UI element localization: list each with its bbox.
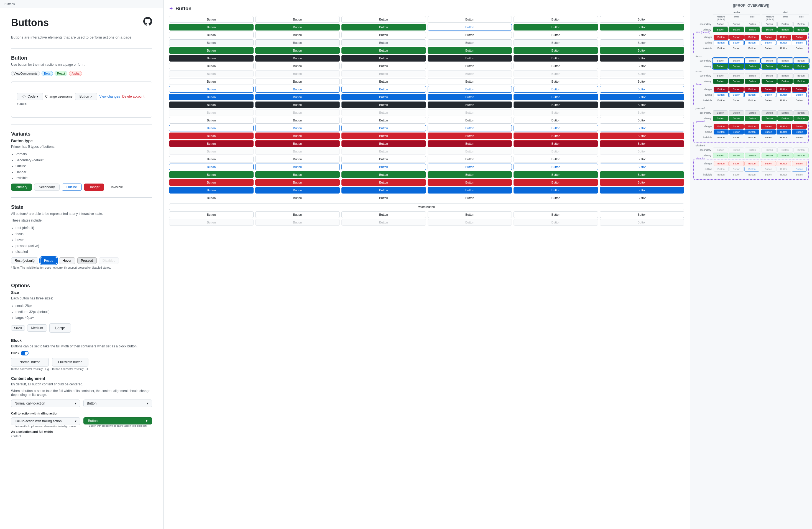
primary-variant-btn[interactable]: Primary bbox=[11, 184, 32, 191]
mini-btn[interactable]: Button bbox=[777, 46, 792, 51]
mini-btn[interactable]: Button bbox=[794, 22, 809, 27]
btn-grid-item[interactable]: Button bbox=[169, 47, 253, 54]
btn-grid-item[interactable]: Button bbox=[255, 148, 340, 155]
mini-btn[interactable]: Button bbox=[714, 124, 729, 129]
mini-btn[interactable]: Button bbox=[777, 98, 792, 103]
mini-btn[interactable]: Button bbox=[794, 64, 809, 69]
btn-grid-item[interactable]: Button bbox=[342, 86, 426, 92]
mini-btn[interactable]: Button bbox=[729, 161, 744, 166]
full-width-button[interactable]: Full width button bbox=[52, 358, 88, 367]
btn-grid-item[interactable]: Button bbox=[427, 148, 512, 155]
btn-grid-item[interactable]: Button bbox=[255, 86, 340, 92]
btn-grid-item[interactable]: Button bbox=[255, 109, 340, 116]
btn-grid-item[interactable]: Button bbox=[427, 179, 512, 186]
btn-grid-item[interactable]: Button bbox=[427, 63, 512, 69]
mini-btn[interactable]: Button bbox=[714, 92, 729, 97]
btn-grid-item[interactable]: Button bbox=[169, 39, 253, 46]
mini-btn[interactable]: Button bbox=[713, 79, 728, 84]
mini-btn[interactable]: Button bbox=[714, 98, 729, 103]
mini-btn[interactable]: Button bbox=[744, 135, 759, 140]
mini-btn[interactable]: Button bbox=[729, 167, 744, 172]
mini-btn[interactable]: Button bbox=[729, 27, 744, 32]
btn-grid-item[interactable]: Button bbox=[600, 211, 684, 218]
btn-grid-item[interactable]: Button bbox=[513, 94, 598, 100]
mini-btn[interactable]: Button bbox=[777, 167, 792, 172]
btn-grid-item[interactable]: Button bbox=[427, 94, 512, 100]
btn-grid-item[interactable]: Button bbox=[342, 55, 426, 61]
mini-btn[interactable]: Button bbox=[761, 87, 776, 92]
btn-grid-item[interactable]: Button bbox=[342, 16, 426, 23]
mini-btn[interactable]: Button bbox=[777, 58, 793, 63]
mini-btn[interactable]: Button bbox=[744, 40, 759, 45]
mini-btn[interactable]: Button bbox=[761, 35, 776, 40]
mini-btn[interactable]: Button bbox=[729, 135, 744, 140]
btn-grid-item[interactable]: Button bbox=[513, 156, 598, 162]
btn-grid-item[interactable]: Button bbox=[513, 63, 598, 69]
button-cta-button[interactable]: Button ▾ bbox=[83, 400, 153, 407]
btn-grid-item[interactable]: Button bbox=[342, 78, 426, 85]
pressed-state-btn[interactable]: Pressed bbox=[77, 257, 97, 264]
secondary-variant-btn[interactable]: Secondary bbox=[34, 184, 59, 191]
mini-btn[interactable]: Button bbox=[729, 147, 744, 153]
mini-btn[interactable]: Button bbox=[713, 73, 728, 78]
mini-btn[interactable]: Button bbox=[713, 58, 728, 63]
mini-btn[interactable]: Button bbox=[792, 161, 807, 166]
mini-btn[interactable]: Button bbox=[745, 79, 760, 84]
btn-grid-item[interactable]: Button bbox=[255, 163, 340, 170]
mini-btn[interactable]: Button bbox=[714, 167, 729, 172]
small-size-btn[interactable]: Small bbox=[11, 325, 25, 331]
btn-grid-item[interactable]: Button bbox=[427, 125, 512, 131]
mini-btn[interactable]: Button bbox=[729, 98, 744, 103]
btn-grid-item[interactable]: Button bbox=[513, 32, 598, 38]
btn-grid-item[interactable]: Button bbox=[169, 16, 253, 23]
mini-btn[interactable]: Button bbox=[794, 58, 809, 63]
large-size-btn[interactable]: Large bbox=[49, 323, 71, 333]
btn-grid-item[interactable]: Button bbox=[169, 179, 253, 186]
mini-btn[interactable]: Button bbox=[744, 172, 759, 177]
mini-btn[interactable]: Button bbox=[714, 46, 729, 51]
normal-cta-button[interactable]: Normal call-to-action ▾ bbox=[11, 400, 80, 407]
mini-btn[interactable]: Button bbox=[777, 135, 792, 140]
btn-grid-item[interactable]: Button bbox=[600, 117, 684, 124]
mini-btn[interactable]: Button bbox=[761, 161, 776, 166]
btn-grid-item[interactable]: Button bbox=[513, 16, 598, 23]
mini-btn[interactable]: Button bbox=[794, 116, 809, 121]
mini-btn[interactable]: Button bbox=[762, 73, 777, 78]
btn-grid-item[interactable]: Button bbox=[342, 195, 426, 201]
mini-btn[interactable]: Button bbox=[744, 129, 759, 134]
mini-btn[interactable]: Button bbox=[777, 40, 792, 45]
btn-grid-item[interactable]: Button bbox=[255, 70, 340, 77]
btn-grid-item[interactable]: Button bbox=[600, 86, 684, 92]
btn-grid-item[interactable]: Button bbox=[427, 219, 512, 226]
btn-grid-item[interactable]: Button bbox=[255, 195, 340, 201]
mini-btn[interactable]: Button bbox=[745, 73, 760, 78]
btn-grid-item[interactable]: Button bbox=[513, 24, 598, 30]
btn-grid-item[interactable]: Button bbox=[342, 94, 426, 100]
mini-btn[interactable]: Button bbox=[713, 27, 728, 32]
mini-btn[interactable]: Button bbox=[761, 129, 776, 134]
mini-btn[interactable]: Button bbox=[713, 64, 728, 69]
mini-btn[interactable]: Button bbox=[761, 92, 776, 97]
cta-right-btn[interactable]: Button ▾ bbox=[83, 417, 153, 425]
btn-grid-item[interactable]: Button bbox=[342, 140, 426, 147]
btn-grid-item[interactable]: Button bbox=[600, 219, 684, 226]
btn-grid-item[interactable]: Button bbox=[342, 32, 426, 38]
btn-grid-item[interactable]: Button bbox=[600, 132, 684, 139]
btn-grid-item[interactable]: Button bbox=[600, 78, 684, 85]
mini-btn[interactable]: Button bbox=[729, 73, 744, 78]
btn-grid-item[interactable]: Button bbox=[513, 171, 598, 178]
btn-grid-item[interactable]: Button bbox=[342, 125, 426, 131]
btn-grid-item[interactable]: Button bbox=[427, 16, 512, 23]
mini-btn[interactable]: Button bbox=[729, 35, 744, 40]
btn-grid-item[interactable]: Button bbox=[169, 86, 253, 92]
mini-btn[interactable]: Button bbox=[713, 147, 728, 153]
mini-btn[interactable]: Button bbox=[744, 124, 759, 129]
btn-grid-item[interactable]: Button bbox=[255, 171, 340, 178]
mini-btn[interactable]: Button bbox=[714, 135, 729, 140]
btn-grid-item[interactable]: Button bbox=[169, 117, 253, 124]
btn-grid-item[interactable]: Button bbox=[513, 47, 598, 54]
btn-grid-item[interactable]: Button bbox=[600, 24, 684, 30]
mini-btn[interactable]: Button bbox=[745, 116, 760, 121]
btn-grid-item[interactable]: Button bbox=[169, 156, 253, 162]
mini-btn[interactable]: Button bbox=[729, 110, 744, 115]
